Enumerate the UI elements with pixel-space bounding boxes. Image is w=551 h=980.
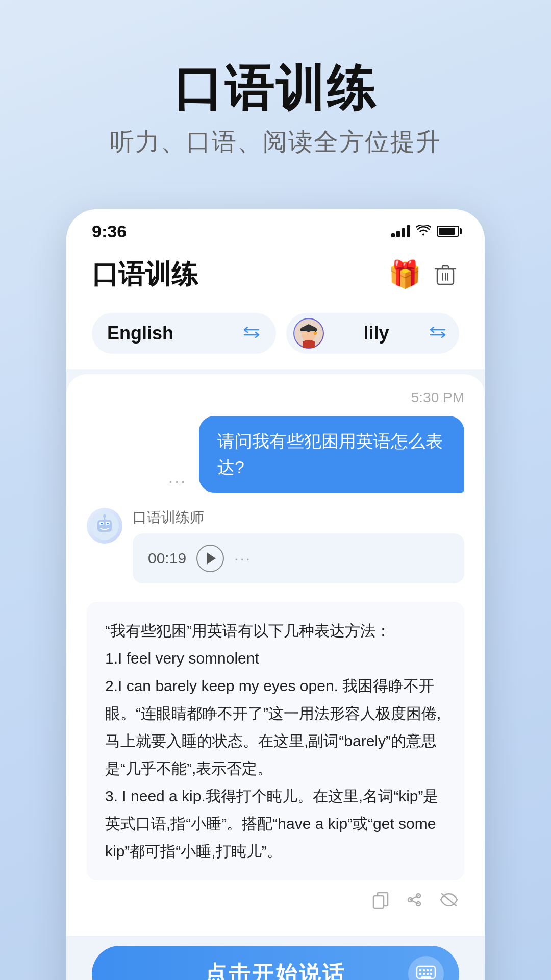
svg-rect-12 <box>107 523 109 524</box>
share-icon[interactable] <box>405 891 423 914</box>
response-content: “我有些犯困”用英语有以下几种表达方法： 1.I feel very somno… <box>105 622 441 860</box>
svg-rect-21 <box>419 969 421 971</box>
status-time: 9:36 <box>92 222 127 241</box>
gift-icon[interactable]: 🎁 <box>388 259 421 290</box>
avatar-name: lily <box>363 323 389 344</box>
svg-point-6 <box>314 332 317 335</box>
phone-inner: 9:36 <box>66 209 485 980</box>
status-icons <box>391 224 459 239</box>
language-swap-icon <box>242 325 261 342</box>
app-header-icons: 🎁 <box>388 259 459 290</box>
svg-rect-26 <box>423 973 425 975</box>
avatar <box>293 318 324 349</box>
svg-rect-11 <box>101 523 103 524</box>
status-bar: 9:36 <box>66 209 485 247</box>
svg-rect-22 <box>423 969 425 971</box>
audio-duration: 00:19 <box>148 550 186 567</box>
audio-options[interactable]: ··· <box>234 550 252 567</box>
language-label: English <box>107 323 173 344</box>
hide-icon[interactable] <box>439 891 459 914</box>
ai-message-row: 口语训练师 00:19 ··· <box>87 508 464 592</box>
wifi-icon <box>416 224 431 239</box>
avatar-swap-icon <box>429 325 447 342</box>
svg-rect-15 <box>373 896 384 908</box>
battery-icon <box>437 226 459 237</box>
keyboard-icon <box>408 956 444 980</box>
selector-row: English <box>66 303 485 369</box>
app-title: 口语训练 <box>92 257 198 292</box>
svg-rect-28 <box>430 973 432 975</box>
svg-rect-24 <box>430 969 432 971</box>
chat-time: 5:30 PM <box>87 389 464 406</box>
delete-button[interactable] <box>432 261 459 288</box>
svg-point-14 <box>103 514 106 518</box>
avatar-selector[interactable]: lily <box>286 313 459 354</box>
user-bubble: 请问我有些犯困用英语怎么表达? <box>199 416 464 493</box>
chat-area: 5:30 PM ··· 请问我有些犯困用英语怎么表达? <box>66 374 485 936</box>
svg-rect-25 <box>419 973 421 975</box>
language-selector[interactable]: English <box>92 313 276 354</box>
app-header: 口语训练 🎁 <box>66 247 485 303</box>
header-section: 口语训练 听力、口语、阅读全方位提升 <box>0 0 551 189</box>
start-speaking-button[interactable]: 点击开始说话 <box>92 946 459 980</box>
svg-rect-29 <box>421 976 431 978</box>
copy-icon[interactable] <box>371 891 390 914</box>
ai-message-content: 口语训练师 00:19 ··· <box>133 508 464 592</box>
phone-mockup: 9:36 <box>66 209 485 980</box>
start-button-label: 点击开始说话 <box>205 960 346 980</box>
response-actions <box>87 891 464 914</box>
main-title: 口语训练 <box>20 61 531 115</box>
user-message-row: ··· 请问我有些犯困用英语怎么表达? <box>87 416 464 493</box>
play-button[interactable] <box>196 545 224 572</box>
svg-rect-27 <box>427 973 429 975</box>
ai-name: 口语训练师 <box>133 508 464 527</box>
sub-title: 听力、口语、阅读全方位提升 <box>20 126 531 158</box>
ai-avatar <box>87 508 122 544</box>
svg-rect-23 <box>427 969 429 971</box>
text-response: “我有些犯困”用英语有以下几种表达方法： 1.I feel very somno… <box>87 602 464 880</box>
signal-icon <box>391 225 410 237</box>
user-message-options[interactable]: ··· <box>164 470 191 493</box>
bottom-bar: 点击开始说话 <box>66 936 485 980</box>
audio-bubble: 00:19 ··· <box>133 533 464 583</box>
